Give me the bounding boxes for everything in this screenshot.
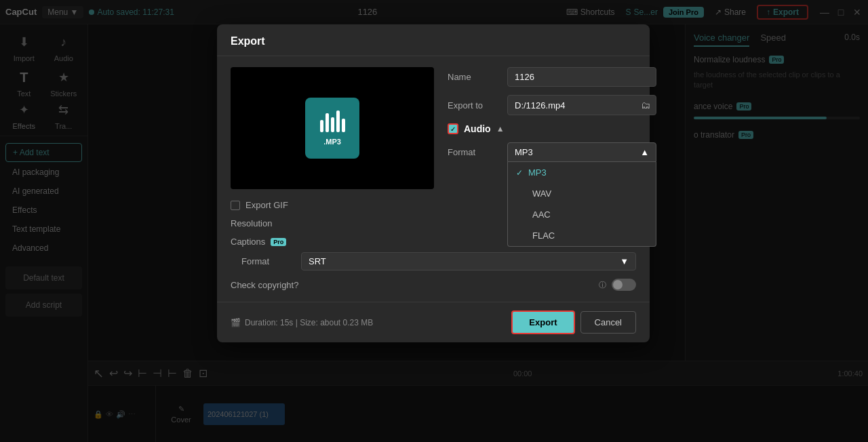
export-gif-label: Export GIF [245, 200, 288, 210]
export-dialog: Export .MP3 Name [217, 24, 650, 342]
pro-badge-captions: Pro [271, 238, 286, 246]
captions-format-label: Format [241, 256, 296, 266]
folder-picker-button[interactable]: 🗂 [635, 96, 656, 115]
export-to-label: Export to [448, 100, 502, 110]
audio-checkbox[interactable]: ✓ [448, 123, 458, 134]
name-field-row: Name [448, 67, 656, 87]
film-icon: 🎬 [231, 318, 241, 327]
export-path-input[interactable] [508, 96, 635, 115]
audio-section-toggle: ✓ Audio ▲ [448, 123, 656, 134]
srt-chevron-icon: ▼ [620, 256, 629, 266]
copyright-toggle[interactable] [612, 279, 636, 291]
preview-panel: .MP3 [231, 67, 434, 189]
captions-format-row: Format SRT ▼ [231, 252, 636, 270]
audio-section-label: Audio [464, 123, 491, 134]
export-info: 🎬 Duration: 15s | Size: about 0.23 MB [231, 318, 506, 327]
copyright-label: Check copyright? [231, 280, 593, 290]
captions-format-select[interactable]: SRT ▼ [301, 252, 636, 270]
format-option-mp3[interactable]: ✓ MP3 [508, 162, 656, 183]
dialog-body: .MP3 Name Export to 🗂 ✓ Audio ▲ [217, 56, 650, 200]
dialog-footer: 🎬 Duration: 15s | Size: about 0.23 MB Ex… [217, 302, 650, 342]
format-option-flac[interactable]: FLAC [508, 225, 656, 246]
dialog-header: Export [217, 24, 650, 56]
copyright-info-icon[interactable]: ⓘ [599, 280, 606, 290]
format-option-aac[interactable]: AAC [508, 204, 656, 225]
format-label: Format [448, 147, 502, 157]
captions-format-value: SRT [309, 256, 326, 266]
format-dropdown: ✓ MP3 WAV AAC FLAC [507, 162, 656, 247]
mp3-preview-icon: .MP3 [305, 98, 359, 159]
export-path-container: 🗂 [507, 95, 656, 115]
name-input[interactable] [507, 67, 656, 87]
audio-collapse-icon[interactable]: ▲ [496, 124, 505, 134]
format-option-wav[interactable]: WAV [508, 183, 656, 204]
export-gif-checkbox[interactable] [231, 201, 240, 210]
format-current-value: MP3 [515, 147, 533, 157]
name-label: Name [448, 72, 502, 82]
checkmark-icon: ✓ [516, 168, 523, 178]
copyright-row: Check copyright? ⓘ [231, 279, 636, 291]
format-chevron-up-icon: ▲ [640, 147, 649, 157]
format-select[interactable]: MP3 ▲ [507, 142, 656, 162]
export-confirm-button[interactable]: Export [511, 310, 574, 334]
settings-panel: Name Export to 🗂 ✓ Audio ▲ Format [448, 67, 656, 189]
resolution-label: Resolution [231, 218, 285, 228]
dialog-title: Export [231, 35, 265, 47]
captions-label: Captions [231, 237, 265, 247]
format-select-container: MP3 ▲ ✓ MP3 WAV [507, 142, 656, 162]
cancel-button[interactable]: Cancel [580, 311, 636, 334]
export-to-field-row: Export to 🗂 [448, 95, 656, 115]
format-field-row: Format MP3 ▲ ✓ MP3 WAV [448, 142, 656, 162]
